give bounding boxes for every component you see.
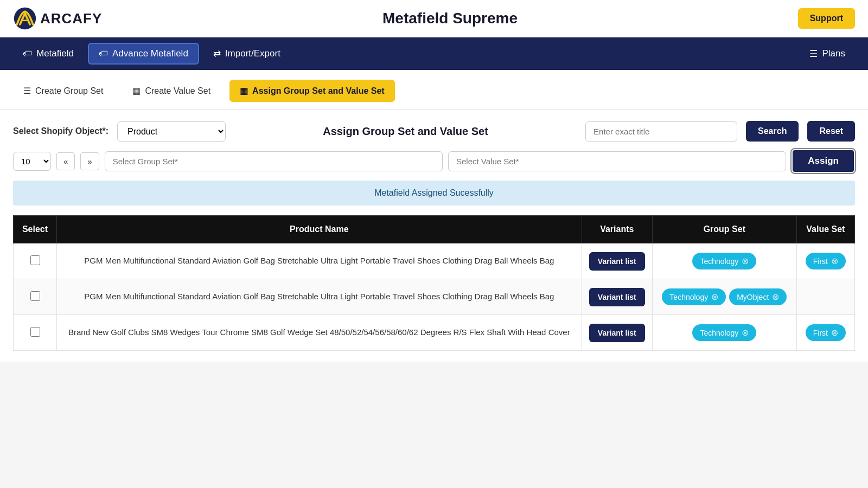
value-set-tag[interactable]: First ⊗: [806, 253, 846, 269]
row-checkbox-cell[interactable]: [14, 315, 57, 351]
group-set-input[interactable]: [105, 151, 443, 171]
value-set-cell: First ⊗: [796, 315, 854, 351]
tag-close-icon[interactable]: ⊗: [831, 256, 838, 266]
search-input[interactable]: [585, 121, 737, 142]
table-body: PGM Men Multifunctional Standard Aviatio…: [14, 243, 855, 351]
controls-row: 10 25 50 100 « » Assign: [13, 149, 855, 173]
list-icon: ☰: [809, 48, 818, 60]
support-button[interactable]: Support: [798, 8, 855, 29]
nav-item-import-export[interactable]: ⇄ Import/Export: [203, 43, 290, 65]
group-set-cell: Technology ⊗MyObject ⊗: [652, 279, 796, 315]
reset-button[interactable]: Reset: [807, 121, 855, 142]
grid-icon: ▦: [132, 86, 141, 96]
logo: ARCAFY: [13, 7, 102, 30]
table-row: PGM Men Multifunctional Standard Aviatio…: [14, 279, 855, 315]
sub-nav: ☰ Create Group Set ▦ Create Value Set ▦ …: [0, 70, 868, 110]
variant-list-button[interactable]: Variant list: [589, 288, 645, 306]
col-variants: Variants: [582, 216, 652, 243]
row-checkbox-cell[interactable]: [14, 243, 57, 279]
table-header-row: Select Product Name Variants Group Set V…: [14, 216, 855, 243]
product-name-cell: PGM Men Multifunctional Standard Aviatio…: [57, 279, 582, 315]
table-row: PGM Men Multifunctional Standard Aviatio…: [14, 243, 855, 279]
assign-button[interactable]: Assign: [792, 149, 855, 173]
nav-left: 🏷 Metafield 🏷 Advance Metafield ⇄ Import…: [13, 43, 290, 65]
product-name-cell: Brand New Golf Clubs SM8 Wedges Tour Chr…: [57, 315, 582, 351]
row-checkbox-cell[interactable]: [14, 279, 57, 315]
value-set-input[interactable]: [448, 151, 786, 171]
list2-icon: ☰: [23, 86, 31, 96]
nav-item-plans[interactable]: ☰ Plans: [800, 44, 855, 64]
success-banner: Metafield Assigned Sucessfully: [13, 181, 855, 206]
nav-item-advance-metafield[interactable]: 🏷 Advance Metafield: [88, 43, 199, 65]
tag-close-icon[interactable]: ⊗: [772, 292, 779, 302]
product-name-cell: PGM Men Multifunctional Standard Aviatio…: [57, 243, 582, 279]
subnav-assign-group-set[interactable]: ▦ Assign Group Set and Value Set: [229, 80, 395, 102]
subnav-create-value-set[interactable]: ▦ Create Value Set: [122, 80, 221, 102]
group-set-cell: Technology ⊗: [652, 243, 796, 279]
tag-filled-icon: 🏷: [99, 48, 108, 59]
col-select: Select: [14, 216, 57, 243]
products-table: Select Product Name Variants Group Set V…: [13, 215, 855, 351]
grid2-icon: ▦: [240, 86, 248, 96]
app-title: Metafield Supreme: [382, 10, 518, 27]
search-button[interactable]: Search: [746, 121, 799, 142]
variants-cell[interactable]: Variant list: [582, 243, 652, 279]
select-object-label: Select Shopify Object*:: [13, 126, 108, 136]
prev-page-button[interactable]: «: [56, 152, 75, 170]
table-row: Brand New Golf Clubs SM8 Wedges Tour Chr…: [14, 315, 855, 351]
variant-list-button[interactable]: Variant list: [589, 252, 645, 271]
page-size-select[interactable]: 10 25 50 100: [13, 152, 51, 171]
row-checkbox[interactable]: [30, 327, 40, 337]
group-set-tag[interactable]: Technology ⊗: [692, 324, 756, 341]
group-set-tag[interactable]: Technology ⊗: [662, 288, 726, 305]
tag-close-icon[interactable]: ⊗: [831, 328, 838, 338]
variant-list-button[interactable]: Variant list: [589, 324, 645, 342]
tag-close-icon[interactable]: ⊗: [742, 256, 749, 266]
tag-icon: 🏷: [23, 48, 32, 59]
row-checkbox[interactable]: [30, 255, 40, 265]
arcafy-logo-icon: [13, 7, 37, 30]
row-checkbox[interactable]: [30, 291, 40, 301]
main-content: Select Shopify Object*: Product Collecti…: [0, 110, 868, 362]
variants-cell[interactable]: Variant list: [582, 279, 652, 315]
nav-item-metafield[interactable]: 🏷 Metafield: [13, 43, 84, 65]
value-set-cell: [796, 279, 854, 315]
variants-cell[interactable]: Variant list: [582, 315, 652, 351]
tag-close-icon[interactable]: ⊗: [742, 328, 749, 338]
value-set-tag[interactable]: First ⊗: [806, 324, 846, 341]
shopify-object-select[interactable]: Product Collection Customer Order: [117, 121, 226, 142]
nav-right: ☰ Plans: [800, 44, 855, 64]
group-set-tag[interactable]: MyObject ⊗: [729, 288, 787, 305]
assign-title: Assign Group Set and Value Set: [234, 125, 577, 138]
subnav-create-group-set[interactable]: ☰ Create Group Set: [13, 80, 113, 102]
tag-close-icon[interactable]: ⊗: [711, 292, 718, 302]
logo-text: ARCAFY: [40, 10, 102, 27]
toolbar-row: Select Shopify Object*: Product Collecti…: [13, 121, 855, 142]
group-set-cell: Technology ⊗: [652, 315, 796, 351]
col-product-name: Product Name: [57, 216, 582, 243]
next-page-button[interactable]: »: [80, 152, 99, 170]
nav-bar: 🏷 Metafield 🏷 Advance Metafield ⇄ Import…: [0, 37, 868, 70]
group-set-tag[interactable]: Technology ⊗: [692, 253, 756, 269]
col-group-set: Group Set: [652, 216, 796, 243]
top-bar: ARCAFY Metafield Supreme Support: [0, 0, 868, 37]
import-icon: ⇄: [213, 48, 221, 60]
value-set-cell: First ⊗: [796, 243, 854, 279]
col-value-set: Value Set: [796, 216, 854, 243]
